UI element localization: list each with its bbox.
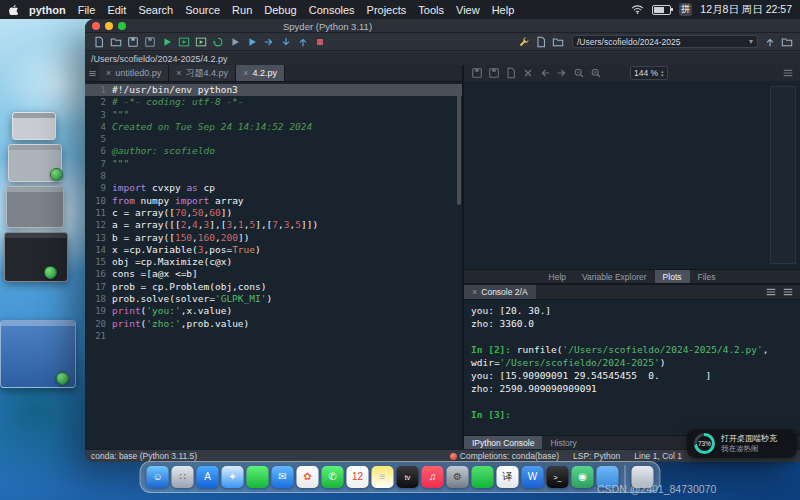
menubar-item-consoles[interactable]: Consoles [309,4,355,16]
tools-button[interactable] [515,35,532,49]
code-editor[interactable]: 1#!/usr/bin/env python32# -*- coding: ut… [85,81,462,449]
step-out-button[interactable] [294,35,311,49]
console-output[interactable]: you: [20. 30.]zho: 3360.0In [2]: runfile… [464,299,800,436]
dock-finder-icon[interactable]: ☺ [147,466,169,488]
code-line[interactable]: 18prob.solve(solver='GLPK_MI') [85,293,462,305]
maximize-window-button[interactable] [118,22,126,30]
dock-mail-icon[interactable]: ✉ [272,466,294,488]
rerun-cell-button[interactable] [209,35,226,49]
conda-env-status[interactable]: conda: base (Python 3.11.5) [91,451,197,461]
code-line[interactable]: 11c = array([70,50,60]) [85,207,462,219]
code-line[interactable]: 21 [85,330,462,342]
dock-wechat-icon[interactable] [472,466,494,488]
code-line[interactable]: 16cons =[a@x <=b] [85,268,462,280]
working-directory-combo[interactable]: /Users/scofieldo/2024-2025 ▾ [572,35,758,48]
dock-tv-icon[interactable]: tv [397,466,419,488]
bottom-tab-history[interactable]: History [542,436,584,449]
completions-status[interactable]: Completions: conda(base) [450,451,559,461]
menubar-clock[interactable]: 12月8日 周日 22:57 [700,3,792,17]
editor-scrollbar[interactable] [457,85,461,205]
menubar-item-projects[interactable]: Projects [367,4,407,16]
battery-icon[interactable] [652,5,671,15]
dock-music-icon[interactable]: ♫ [422,466,444,488]
code-line[interactable]: 13b = array([150,160,200]) [85,232,462,244]
dock-word-icon[interactable]: W [522,466,544,488]
zoom-control[interactable]: 144 % ▴▾ [630,66,668,80]
code-line[interactable]: 17prob = cp.Problem(obj,cons) [85,281,462,293]
desktop-window-thumbnail[interactable] [12,112,56,140]
dock-photos-icon[interactable]: ✿ [297,466,319,488]
minimize-window-button[interactable] [105,22,113,30]
new-file-button[interactable] [90,35,107,49]
plots-canvas[interactable] [464,81,800,270]
close-tab-icon[interactable]: × [106,68,111,78]
step-into-button[interactable] [277,35,294,49]
run-selection-button[interactable] [226,35,243,49]
code-line[interactable]: 1#!/usr/bin/env python3 [85,84,462,96]
code-line[interactable]: 9import cvxpy as cp [85,182,462,194]
editor-tab-4.2.py[interactable]: ×4.2.py [236,65,285,81]
save-button[interactable] [124,35,141,49]
menubar-item-view[interactable]: View [456,4,480,16]
close-window-button[interactable] [92,22,100,30]
menubar-item-debug[interactable]: Debug [264,4,296,16]
code-line[interactable]: 10from numpy import array [85,195,462,207]
dock-app-store-icon[interactable]: A [197,466,219,488]
plots-thumbnail-strip[interactable] [770,86,796,264]
remove-plot-button[interactable] [519,66,536,80]
browse-tabs-icon[interactable] [85,65,99,81]
parent-dir-button[interactable] [761,35,778,49]
editor-tab-习题4.4.py[interactable]: ×习题4.4.py [169,65,236,81]
dock-facetime-icon[interactable]: ✆ [322,466,344,488]
menubar-item-file[interactable]: File [78,4,96,16]
run-cell-button[interactable] [175,35,192,49]
code-line[interactable]: 4Created on Tue Sep 24 14:14:52 2024 [85,121,462,133]
menubar-item-search[interactable]: Search [138,4,173,16]
code-line[interactable]: 12a = array([[2,4,3],[3,1,5],[7,3,5]]) [85,219,462,231]
code-line[interactable]: 8 [85,170,462,182]
browse-dir-button[interactable] [778,35,795,49]
dock-translate-icon[interactable]: 译 [497,466,519,488]
open-file-button[interactable] [107,35,124,49]
step-over-button[interactable] [260,35,277,49]
code-line[interactable]: 3""" [85,109,462,121]
code-line[interactable]: 15obj =cp.Maximize(c@x) [85,256,462,268]
zoom-out-button[interactable] [570,66,587,80]
copy-plot-button[interactable] [502,66,519,80]
apple-menu-icon[interactable] [8,4,19,15]
save-plot-button[interactable] [468,66,485,80]
desktop-window-thumbnail[interactable] [4,232,68,282]
run-cell-advance-button[interactable] [192,35,209,49]
battery-widget[interactable]: 73% 打开桌面端秒充 我在凑热闹 [687,429,797,458]
desktop-window-thumbnail[interactable] [6,186,64,228]
pane-tab-help[interactable]: Help [541,270,574,283]
pane-tab-variable-explorer[interactable]: Variable Explorer [574,270,655,283]
editor-tab-untitled0.py[interactable]: ×untitled0.py [99,65,169,81]
code-line[interactable]: 20print('zho:',prob.value) [85,318,462,330]
zoom-in-button[interactable] [587,66,604,80]
dock-settings-icon[interactable]: ⚙ [447,466,469,488]
pane-tab-files[interactable]: Files [690,270,724,283]
lsp-status[interactable]: LSP: Python [573,451,620,461]
menubar-item-edit[interactable]: Edit [107,4,126,16]
run-button[interactable] [158,35,175,49]
console-list-button[interactable] [762,285,779,299]
bottom-tab-ipython-console[interactable]: IPython Console [464,436,542,449]
pane-tab-plots[interactable]: Plots [655,270,690,283]
previous-plot-button[interactable] [536,66,553,80]
dock-anaconda-icon[interactable]: ◉ [572,466,594,488]
dock-safari-icon[interactable]: ✦ [222,466,244,488]
save-all-plots-button[interactable] [485,66,502,80]
zoom-spinner-icons[interactable]: ▴▾ [661,69,664,77]
menubar-item-source[interactable]: Source [185,4,220,16]
save-all-button[interactable] [141,35,158,49]
input-source-icon[interactable]: 拼 [679,3,692,16]
debug-button[interactable] [243,35,260,49]
dock-messages-icon[interactable] [247,466,269,488]
code-line[interactable]: 6@author: scofieldo [85,145,462,157]
menubar-app-name[interactable]: python [29,4,66,16]
code-line[interactable]: 7""" [85,158,462,170]
layout-button[interactable] [532,35,549,49]
console-options-button[interactable] [779,285,796,299]
next-plot-button[interactable] [553,66,570,80]
